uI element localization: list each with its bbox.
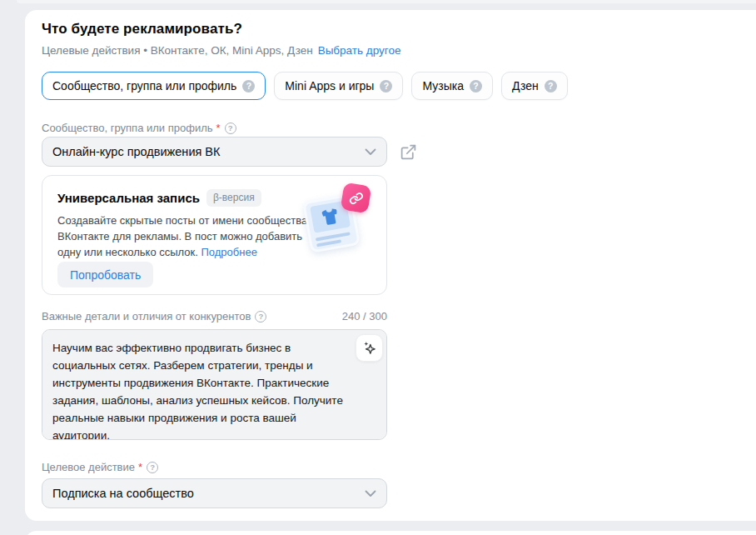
universal-post-header: Универсальная запись β-версия <box>57 189 261 207</box>
help-icon[interactable] <box>470 80 482 92</box>
tab-mini-apps[interactable]: Mini Apps и игры <box>274 72 403 100</box>
ad-type-tabs: Сообщество, группа или профиль Mini Apps… <box>42 72 568 100</box>
text-line-graphic <box>316 239 341 247</box>
tshirt-icon <box>320 206 341 227</box>
choose-other-link[interactable]: Выбрать другое <box>318 44 401 57</box>
open-community-button[interactable] <box>398 142 418 162</box>
action-field-label-text: Целевое действие <box>42 461 135 473</box>
details-textarea[interactable]: Научим вас эффективно продвигать бизнес … <box>42 329 387 440</box>
tab-community-label: Сообщество, группа или профиль <box>52 79 236 92</box>
help-icon[interactable] <box>255 311 266 322</box>
ad-setup-card: Что будете рекламировать? Целевые действ… <box>25 10 756 521</box>
beta-badge: β-версия <box>206 189 261 207</box>
more-link[interactable]: Подробнее <box>201 246 257 258</box>
tab-dzen[interactable]: Дзен <box>501 72 568 100</box>
community-select-value: Онлайн-курс продвижения ВК <box>52 145 220 158</box>
required-mark: * <box>216 122 221 134</box>
target-action-select[interactable]: Подписка на сообщество <box>42 478 387 508</box>
help-icon[interactable] <box>545 80 557 92</box>
universal-post-illustration <box>303 184 375 256</box>
char-counter: 240 / 300 <box>342 310 387 322</box>
chevron-down-icon <box>365 490 376 498</box>
placements-summary: Целевые действия • ВКонтакте, ОК, Mini A… <box>42 44 313 57</box>
details-field-header: Важные детали и отличия от конкурентов 2… <box>42 310 387 322</box>
community-field-label: Сообщество, группа или профиль * <box>42 122 236 134</box>
help-icon[interactable] <box>380 80 392 92</box>
link-badge-graphic <box>341 182 372 214</box>
help-icon[interactable] <box>242 80 255 92</box>
sparkle-icon <box>361 340 378 357</box>
tab-music[interactable]: Музыка <box>411 72 493 100</box>
tab-mini-apps-label: Mini Apps и игры <box>285 79 374 92</box>
help-icon[interactable] <box>147 462 158 473</box>
action-field-label: Целевое действие * <box>42 461 158 473</box>
target-action-select-value: Подписка на сообщество <box>52 487 194 500</box>
chevron-down-icon <box>365 148 376 156</box>
try-button[interactable]: Попробовать <box>57 262 153 288</box>
details-field-label: Важные детали и отличия от конкурентов <box>42 310 266 322</box>
community-field-label-text: Сообщество, группа или профиль <box>42 122 213 134</box>
community-select[interactable]: Онлайн-курс продвижения ВК <box>42 137 387 167</box>
required-mark: * <box>138 461 142 473</box>
universal-post-description: Создавайте скрытые посты от имени сообще… <box>57 212 317 260</box>
universal-post-card: Универсальная запись β-версия Создавайте… <box>42 175 387 295</box>
breadcrumb: Целевые действия • ВКонтакте, ОК, Mini A… <box>42 44 400 57</box>
universal-post-description-text: Создавайте скрытые посты от имени сообще… <box>57 214 307 258</box>
external-link-icon <box>400 143 417 161</box>
help-icon[interactable] <box>225 122 236 134</box>
universal-post-title: Универсальная запись <box>57 191 200 205</box>
tab-music-label: Музыка <box>422 79 464 92</box>
details-field-label-text: Важные детали и отличия от конкурентов <box>42 310 251 322</box>
next-section-card <box>25 531 756 535</box>
page-title: Что будете рекламировать? <box>42 21 242 38</box>
tab-dzen-label: Дзен <box>512 79 539 92</box>
link-icon <box>348 190 363 205</box>
ai-generate-button[interactable] <box>356 334 383 362</box>
tab-community[interactable]: Сообщество, группа или профиль <box>42 72 266 100</box>
previous-card-edge <box>17 0 756 3</box>
